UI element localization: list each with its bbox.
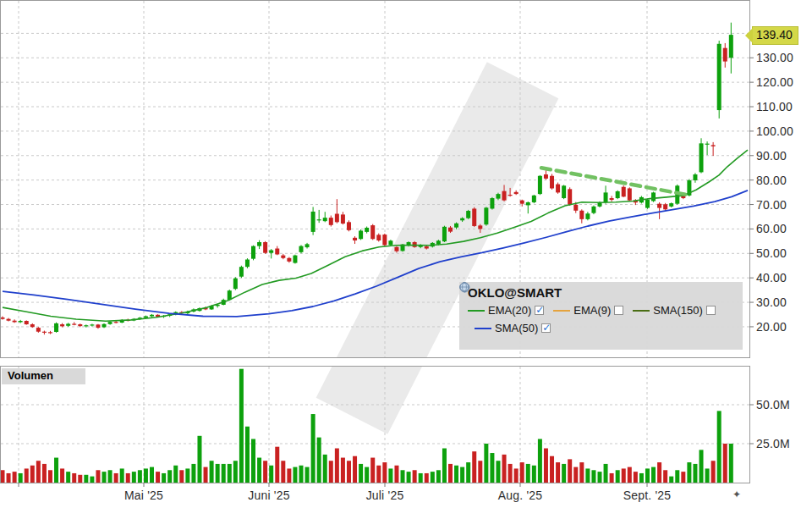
volume-bar <box>48 470 52 483</box>
volume-bar <box>550 456 554 483</box>
candle <box>30 324 35 327</box>
sma150-line-swatch <box>633 310 650 312</box>
volume-bar <box>436 470 441 483</box>
candle <box>556 185 560 193</box>
candle <box>376 235 381 240</box>
candle <box>478 225 482 229</box>
candle <box>460 218 464 221</box>
volume-bar <box>335 449 339 483</box>
candle <box>544 174 548 179</box>
chart-canvas[interactable] <box>0 0 812 508</box>
volume-bar <box>120 468 124 483</box>
volume-bar <box>729 444 733 483</box>
volume-bar <box>257 458 261 483</box>
volume-bar <box>370 458 375 483</box>
candle <box>341 214 345 224</box>
volume-bar <box>700 450 704 483</box>
volume-bar <box>72 473 76 483</box>
volume-bar <box>508 464 513 483</box>
volume-bar <box>167 470 172 483</box>
volume-bar <box>711 461 716 483</box>
volume-bar <box>663 470 667 483</box>
candle <box>13 321 17 323</box>
volume-bar <box>687 462 691 483</box>
volume-bar <box>598 472 602 483</box>
ema20-visibility-checkbox[interactable] <box>535 306 544 315</box>
candle <box>508 195 513 196</box>
volume-bar <box>425 473 429 483</box>
volume-bar <box>108 470 112 483</box>
stock-chart-widget: { "legend": { "title": "OKLO@SMART", "it… <box>0 0 812 508</box>
volume-bar <box>628 467 632 483</box>
sma50-visibility-checkbox[interactable] <box>541 323 551 333</box>
volume-bar <box>532 466 536 483</box>
volume-bar <box>579 462 584 483</box>
volume-bar <box>359 464 363 483</box>
volume-bar <box>197 436 201 483</box>
candle <box>60 324 64 326</box>
candle <box>425 246 429 249</box>
volume-bar <box>210 461 214 483</box>
volume-bar <box>126 473 130 483</box>
candle <box>573 205 578 211</box>
volume-bar <box>60 468 64 483</box>
sma50-line-swatch <box>475 328 491 329</box>
volume-bar <box>36 461 41 483</box>
volume-bar <box>78 475 82 483</box>
volume-bar <box>639 473 644 483</box>
candle <box>144 317 148 318</box>
indicator-legend: OKLO@SMART EMA(20) EMA(9) <box>459 282 743 350</box>
candle <box>490 198 494 208</box>
volume-bar <box>484 444 488 483</box>
candle <box>257 242 261 246</box>
candle <box>579 211 584 219</box>
candle <box>54 323 58 332</box>
volume-bar <box>502 455 507 483</box>
volume-bar <box>472 451 476 483</box>
candle <box>604 192 608 202</box>
volume-bar <box>514 468 518 483</box>
volume-bar <box>30 466 35 483</box>
volume-bar <box>25 468 29 483</box>
candle <box>550 176 554 189</box>
candle <box>48 332 52 333</box>
volume-bar <box>66 472 70 483</box>
candle <box>700 143 704 172</box>
candle <box>269 251 273 253</box>
month-axis-label: Aug. '25 <box>498 489 543 502</box>
candle <box>150 315 154 317</box>
candle <box>663 204 667 209</box>
candle <box>114 322 118 323</box>
candle <box>305 244 310 247</box>
volume-bar <box>216 464 220 483</box>
candle <box>36 328 41 332</box>
candle <box>657 204 661 208</box>
candle <box>711 145 716 146</box>
volume-bar <box>132 472 136 483</box>
candle <box>281 256 285 258</box>
volume-bar <box>419 473 423 483</box>
price-axis-label: 130.00 <box>756 51 793 64</box>
legend-item-sma50: SMA(50) <box>475 322 551 334</box>
candle <box>245 260 250 268</box>
month-axis-label: Mai '25 <box>124 489 163 502</box>
sma150-visibility-checkbox[interactable] <box>706 306 716 315</box>
globe-icon[interactable] <box>459 282 469 292</box>
volume-bar <box>102 472 107 483</box>
candle <box>532 196 536 202</box>
volume-bar <box>585 468 590 483</box>
candle <box>514 192 518 194</box>
candle <box>448 228 453 232</box>
cursor-marker-icon: ✦ <box>732 489 741 500</box>
candle <box>585 213 590 219</box>
last-price-tag: 139.40 <box>752 26 798 45</box>
ema9-visibility-checkbox[interactable] <box>614 306 623 315</box>
candle <box>610 198 614 200</box>
candle <box>538 176 542 194</box>
candle <box>388 240 392 245</box>
candle <box>311 212 315 232</box>
candle <box>1 318 5 319</box>
volume-bar <box>634 472 638 483</box>
volume-bar <box>394 466 398 483</box>
candle <box>436 240 441 244</box>
